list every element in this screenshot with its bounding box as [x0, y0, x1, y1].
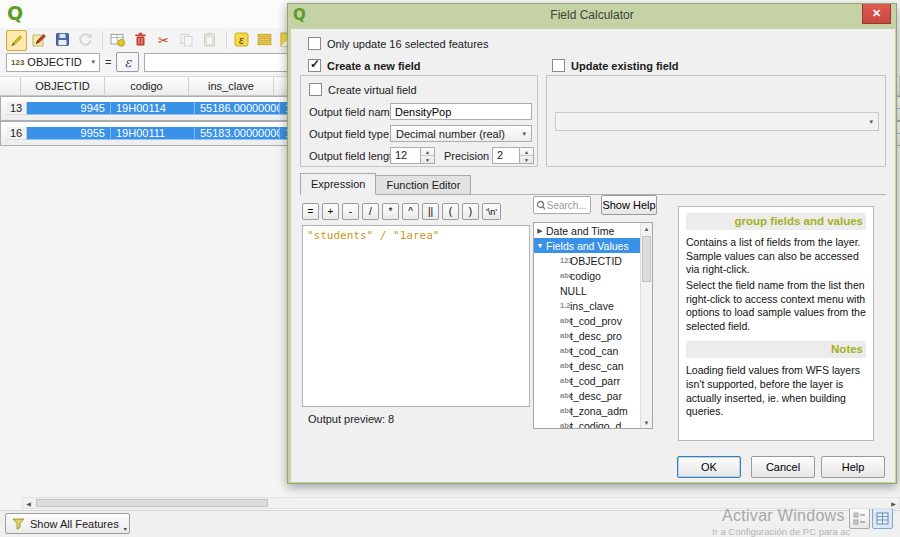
column-header-ins_clave[interactable]: ins_clave: [189, 76, 274, 96]
only-update-selected-checkbox[interactable]: Only update 16 selected features: [308, 37, 488, 50]
tree-item-t_desc_par[interactable]: abct_desc_par: [534, 388, 652, 403]
column-header-codigo[interactable]: codigo: [105, 76, 189, 96]
tree-item-t_desc_pro[interactable]: abct_desc_pro: [534, 328, 652, 343]
operator-button[interactable]: =: [302, 203, 319, 220]
scroll-left-icon[interactable]: ◀: [23, 498, 34, 508]
row-number[interactable]: 13: [6, 102, 27, 115]
operator-button[interactable]: ||: [422, 203, 439, 220]
multiedit-button[interactable]: [29, 30, 50, 51]
scroll-up-icon[interactable]: ▲: [641, 223, 652, 234]
delete-selected-button[interactable]: [130, 30, 151, 51]
tree-item-label: t_codigo_d: [570, 420, 621, 430]
table-view-toggle-button[interactable]: [872, 508, 893, 529]
search-input[interactable]: [547, 200, 588, 211]
spin-down-icon[interactable]: ▼: [520, 156, 533, 163]
tree-item-t_cod_can[interactable]: abct_cod_can: [534, 343, 652, 358]
spin-up-icon[interactable]: ▲: [421, 148, 434, 156]
output-field-type-select[interactable]: Decimal number (real) ▾: [390, 125, 532, 142]
tree-item-label: t_desc_can: [570, 360, 624, 372]
cell-ins-clave[interactable]: 55186.00000000...: [195, 102, 280, 115]
output-field-length-spinner[interactable]: 12 ▲▼: [390, 147, 435, 164]
paste-features-button[interactable]: [199, 30, 220, 51]
cell-objectid[interactable]: 9955: [27, 127, 111, 140]
scroll-right-icon[interactable]: ▶: [888, 498, 899, 508]
operator-button[interactable]: '\n': [482, 203, 501, 220]
tree-item-label: t_cod_can: [570, 345, 618, 357]
operator-button[interactable]: ): [462, 203, 479, 220]
spinner-arrows[interactable]: ▲▼: [519, 147, 534, 164]
close-button[interactable]: ✕: [862, 4, 891, 24]
cell-codigo[interactable]: 19H00114: [111, 102, 195, 115]
checkbox-checked[interactable]: [308, 59, 321, 72]
scrollbar-thumb[interactable]: [36, 499, 268, 507]
tree-scrollbar[interactable]: ▲▼: [640, 223, 652, 428]
create-new-field-checkbox[interactable]: Create a new field: [308, 59, 421, 72]
row-number[interactable]: 16: [6, 127, 27, 140]
update-existing-field-checkbox[interactable]: Update existing field: [552, 59, 679, 72]
spinner-arrows[interactable]: ▲▼: [420, 147, 435, 164]
svg-text:ε: ε: [239, 33, 244, 45]
checkbox[interactable]: [308, 37, 321, 50]
operator-button[interactable]: *: [382, 203, 399, 220]
tree-group-fields-and-values[interactable]: ▼Fields and Values: [534, 238, 652, 253]
column-header-OBJECTID[interactable]: OBJECTID: [21, 76, 105, 96]
equals-label: =: [105, 56, 111, 68]
existing-field-select[interactable]: ▾: [555, 112, 879, 131]
help-button[interactable]: Help: [821, 456, 885, 478]
expression-editor[interactable]: "students" / "1area": [302, 225, 530, 407]
cell-objectid[interactable]: 9945: [27, 102, 111, 115]
reload-button[interactable]: [75, 30, 96, 51]
tree-item-t_zona_adm[interactable]: abct_zona_adm: [534, 403, 652, 418]
ok-button[interactable]: OK: [677, 456, 741, 478]
field-combo[interactable]: 123 OBJECTID ▾: [6, 53, 100, 72]
cut-features-button[interactable]: ✂: [153, 30, 174, 51]
save-edits-button[interactable]: [52, 30, 73, 51]
operator-button[interactable]: /: [362, 203, 379, 220]
operator-button[interactable]: (: [442, 203, 459, 220]
select-by-expression-button[interactable]: ε: [231, 30, 252, 51]
tab-function-editor[interactable]: Function Editor: [376, 175, 471, 195]
cut-features-icon: ✂: [158, 33, 169, 48]
spin-down-icon[interactable]: ▼: [421, 156, 434, 163]
cell-ins-clave[interactable]: 55183.00000000...: [195, 127, 280, 140]
tree-item-t_codigo_d[interactable]: abct_codigo_d: [534, 418, 652, 429]
spin-up-icon[interactable]: ▲: [520, 148, 533, 156]
add-feature-button[interactable]: [107, 30, 128, 51]
show-help-button[interactable]: Show Help: [601, 195, 657, 215]
cell-codigo[interactable]: 19H00111: [111, 127, 195, 140]
precision-spinner[interactable]: 2 ▲▼: [492, 147, 534, 164]
show-all-features-button[interactable]: Show All Features ▾: [5, 513, 130, 534]
function-help-panel: group fields and values Contains a list …: [678, 206, 874, 441]
tree-item-t_cod_prov[interactable]: abct_cod_prov: [534, 313, 652, 328]
form-view-toggle-button[interactable]: [849, 508, 870, 529]
toggle-editing-button[interactable]: [6, 30, 27, 51]
tab-expression[interactable]: Expression: [300, 173, 376, 195]
create-virtual-field-checkbox[interactable]: Create virtual field: [309, 83, 417, 96]
tree-group-date-and-time[interactable]: ▶Date and Time: [534, 223, 652, 238]
tree-item-t_cod_parr[interactable]: abct_cod_parr: [534, 373, 652, 388]
quick-expression-input[interactable]: [144, 53, 290, 72]
tree-group-label: Fields and Values: [546, 240, 629, 252]
checkbox[interactable]: [552, 59, 565, 72]
operator-button[interactable]: ^: [402, 203, 419, 220]
operator-button[interactable]: -: [342, 203, 359, 220]
expression-builder-button[interactable]: ε: [116, 52, 139, 72]
tree-item-codigo[interactable]: abccodigo: [534, 268, 652, 283]
cancel-button[interactable]: Cancel: [751, 456, 815, 478]
tree-item-null[interactable]: NULL: [534, 283, 652, 298]
dialog-titlebar[interactable]: Q Field Calculator ✕: [288, 4, 896, 28]
copy-features-button[interactable]: [176, 30, 197, 51]
output-field-name-input[interactable]: [390, 103, 532, 120]
operator-button[interactable]: +: [322, 203, 339, 220]
tree-item-objectid[interactable]: 123OBJECTID: [534, 253, 652, 268]
tree-item-ins_clave[interactable]: 1.2ins_clave: [534, 298, 652, 313]
scrollbar-thumb[interactable]: [642, 236, 651, 282]
select-all-button[interactable]: [254, 30, 275, 51]
scroll-down-icon[interactable]: ▼: [641, 417, 652, 428]
function-search[interactable]: [533, 196, 591, 214]
checkbox[interactable]: [309, 83, 322, 96]
dialog-body: Only update 16 selected features Create …: [291, 29, 895, 482]
header-corner[interactable]: [0, 76, 21, 96]
tree-item-t_desc_can[interactable]: abct_desc_can: [534, 358, 652, 373]
field-type-badge: abc: [548, 331, 570, 340]
